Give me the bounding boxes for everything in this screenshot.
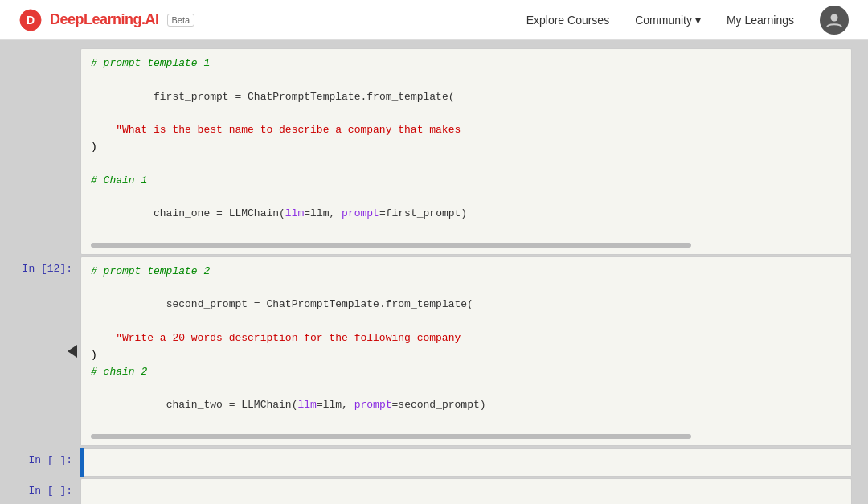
cell-label-in12: In [12]: bbox=[16, 256, 80, 275]
cell-content-empty2[interactable] bbox=[80, 478, 852, 504]
header-nav: Explore Courses Community ▾ My Learnings bbox=[526, 6, 849, 35]
cell-row-empty2: In [ ]: bbox=[16, 478, 852, 504]
svg-point-2 bbox=[831, 14, 838, 21]
code-line-1: first_prompt = ChatPromptTemplate.from_t… bbox=[91, 72, 841, 122]
code-chain-one: chain_one = LLMChain(llm=llm, prompt=fir… bbox=[91, 189, 841, 239]
community-link[interactable]: Community ▾ bbox=[635, 14, 701, 27]
code-paren-1: ) bbox=[91, 139, 841, 156]
header-left: D DeepLearning.AI Beta bbox=[19, 9, 194, 31]
svg-text:D: D bbox=[27, 14, 35, 27]
cell-content-empty1[interactable] bbox=[84, 448, 852, 477]
code-blank-1 bbox=[91, 156, 841, 173]
deeplearning-logo-icon: D bbox=[19, 9, 42, 31]
cell-row-in12: In [12]: # prompt template 2 second_prom… bbox=[16, 256, 852, 446]
notebook: # prompt template 1 first_prompt = ChatP… bbox=[0, 40, 868, 504]
scroll-indicator-top bbox=[91, 243, 691, 248]
main-content: # prompt template 1 first_prompt = ChatP… bbox=[0, 40, 868, 504]
scroll-indicator-in12 bbox=[91, 434, 691, 439]
header: D DeepLearning.AI Beta Explore Courses C… bbox=[0, 0, 868, 40]
code-chain-two: chain_two = LLMChain(llm=llm, prompt=sec… bbox=[91, 380, 841, 430]
code-comment-chain2: # chain 2 bbox=[91, 364, 841, 381]
cell-row-empty1: In [ ]: bbox=[16, 448, 852, 477]
code-string-2: "Write a 20 words description for the fo… bbox=[91, 330, 841, 347]
code-string-1: "What is the best name to describe a com… bbox=[91, 122, 841, 139]
cell-content-top[interactable]: # prompt template 1 first_prompt = ChatP… bbox=[80, 48, 852, 255]
beta-badge: Beta bbox=[167, 14, 195, 27]
cursor-pointer-icon bbox=[68, 345, 77, 358]
cell-row-top: # prompt template 1 first_prompt = ChatP… bbox=[16, 48, 852, 255]
cell-label-empty1: In [ ]: bbox=[16, 448, 80, 477]
user-avatar[interactable] bbox=[820, 6, 849, 35]
cell-content-in12[interactable]: # prompt template 2 second_prompt = Chat… bbox=[80, 256, 852, 446]
cell-label-empty2: In [ ]: bbox=[16, 478, 80, 497]
cell-label-top bbox=[16, 48, 80, 67]
explore-courses-link[interactable]: Explore Courses bbox=[526, 14, 610, 27]
my-learnings-link[interactable]: My Learnings bbox=[727, 14, 794, 27]
code-line-2: second_prompt = ChatPromptTemplate.from_… bbox=[91, 281, 841, 330]
logo-text: DeepLearning.AI bbox=[50, 11, 159, 28]
code-comment-2: # prompt template 2 bbox=[91, 264, 841, 281]
code-paren-2: ) bbox=[91, 347, 841, 364]
chevron-down-icon: ▾ bbox=[695, 14, 701, 27]
code-comment-1: # prompt template 1 bbox=[91, 55, 841, 72]
user-icon bbox=[825, 11, 843, 29]
code-comment-chain1: # Chain 1 bbox=[91, 173, 841, 190]
